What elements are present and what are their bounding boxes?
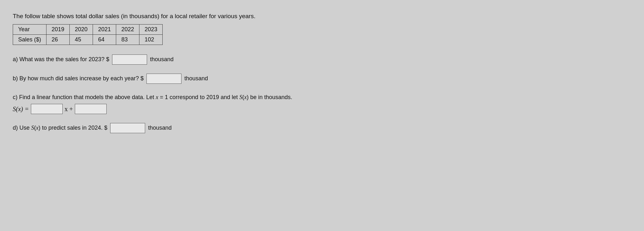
question-d-label: d) <box>13 125 18 131</box>
question-c-x-plus: x + <box>65 104 73 114</box>
table-cell-year-2021: 2021 <box>93 25 116 35</box>
question-c-input2[interactable] <box>75 104 107 114</box>
table-row-header: Year 2019 2020 2021 2022 2023 <box>13 25 163 35</box>
question-c-label: c) <box>13 94 18 100</box>
question-b: b) By how much did sales increase by eac… <box>13 74 292 84</box>
table-cell-sales-2021: 64 <box>93 35 116 45</box>
data-table: Year 2019 2020 2021 2022 2023 Sales ($) … <box>13 24 163 45</box>
intro-text: The follow table shows total dollar sale… <box>13 13 292 20</box>
question-c-input1[interactable] <box>31 104 63 114</box>
table-cell-sales-2023: 102 <box>139 35 163 45</box>
question-d-text: Use S(x) to predict sales in 2024. $ <box>19 125 107 131</box>
table-cell-sales-label: Sales ($) <box>13 35 46 45</box>
question-c: c) Find a linear function that models th… <box>13 93 292 114</box>
question-b-label: b) <box>13 75 18 82</box>
question-c-text: Find a linear function that models the a… <box>19 94 292 100</box>
table-cell-year-label: Year <box>13 25 46 35</box>
question-a: a) What was the the sales for 2023? $ th… <box>13 54 292 65</box>
table-cell-year-2019: 2019 <box>46 25 70 35</box>
question-a-text-before: What was the the sales for 2023? $ <box>19 56 109 62</box>
table-cell-sales-2022: 83 <box>116 35 139 45</box>
table-cell-sales-2019: 26 <box>46 35 70 45</box>
table-cell-year-2023: 2023 <box>139 25 163 35</box>
question-a-label: a) <box>13 56 18 62</box>
sx-label: S(x) = <box>13 104 29 114</box>
main-content: The follow table shows total dollar sale… <box>13 10 292 145</box>
table-cell-sales-2020: 45 <box>70 35 93 45</box>
question-d-text-after: thousand <box>148 125 172 131</box>
table-cell-year-2022: 2022 <box>116 25 139 35</box>
question-b-text-after: thousand <box>184 75 208 82</box>
question-a-text-after: thousand <box>150 56 173 62</box>
sx-equation: S(x) = x + <box>13 104 292 114</box>
question-b-input[interactable] <box>146 74 181 84</box>
question-b-text-before: By how much did sales increase by each y… <box>19 75 144 82</box>
question-d: d) Use S(x) to predict sales in 2024. $ … <box>13 123 292 133</box>
question-a-input[interactable] <box>112 54 147 65</box>
table-cell-year-2020: 2020 <box>70 25 93 35</box>
question-d-input[interactable] <box>110 123 145 133</box>
table-row-sales: Sales ($) 26 45 64 83 102 <box>13 35 163 45</box>
